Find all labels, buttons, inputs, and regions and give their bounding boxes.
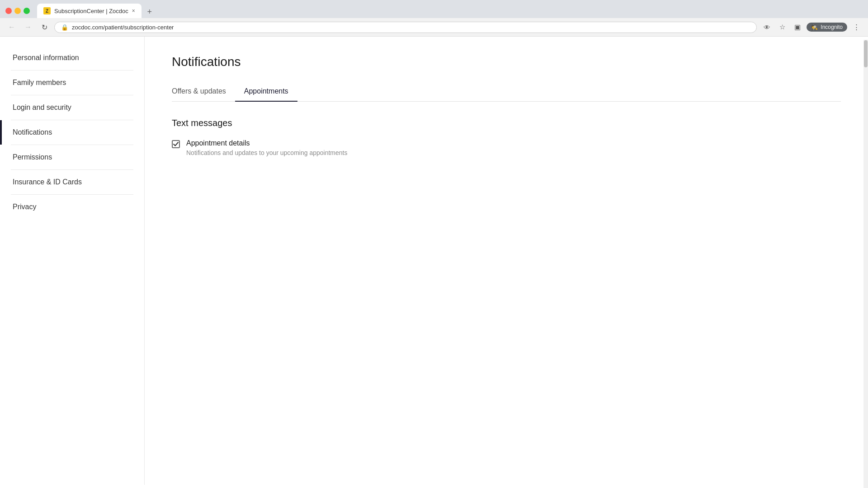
sidebar-item-label: Family members [13,79,66,87]
incognito-label: Incognito [821,24,843,30]
forward-button[interactable]: → [22,21,34,33]
browser-menu-button[interactable]: ⋮ [850,21,863,33]
split-view-icon[interactable]: ▣ [791,21,804,33]
main-content: Notifications Offers & updates Appointme… [145,37,868,485]
address-bar[interactable]: 🔒 zocdoc.com/patient/subscription-center [54,22,757,33]
window-controls [5,8,30,14]
appointment-details-checkbox[interactable] [172,140,180,148]
sidebar-item-insurance-id-cards[interactable]: Insurance & ID Cards [0,170,144,194]
bookmark-icon[interactable]: ☆ [776,21,788,33]
incognito-icon: 🕵 [811,24,818,30]
tab-offers-updates[interactable]: Offers & updates [172,83,235,102]
sidebar-item-family-members[interactable]: Family members [0,70,144,95]
page-title: Notifications [172,55,841,69]
refresh-button[interactable]: ↻ [38,21,51,33]
scrollbar-thumb[interactable] [864,40,868,67]
browser-titlebar: Z SubscriptionCenter | Zocdoc × + [0,0,868,18]
sidebar-item-label: Privacy [13,203,36,211]
sidebar-item-privacy[interactable]: Privacy [0,195,144,219]
browser-toolbar: ← → ↻ 🔒 zocdoc.com/patient/subscription-… [0,18,868,36]
sidebar-item-notifications[interactable]: Notifications [0,120,144,145]
back-button[interactable]: ← [5,21,18,33]
sidebar-item-personal-information[interactable]: Personal information [0,46,144,70]
window-maximize-button[interactable] [24,8,30,14]
browser-chrome: Z SubscriptionCenter | Zocdoc × + ← → ↻ … [0,0,868,37]
active-tab[interactable]: Z SubscriptionCenter | Zocdoc × [37,4,142,18]
tab-bar: Z SubscriptionCenter | Zocdoc × + [37,4,156,18]
sidebar-item-permissions[interactable]: Permissions [0,145,144,169]
new-tab-button[interactable]: + [143,5,156,18]
incognito-badge[interactable]: 🕵 Incognito [807,23,847,32]
text-messages-section: Text messages Appointment details Notifi… [172,118,841,158]
address-url: zocdoc.com/patient/subscription-center [72,24,750,31]
tab-favicon: Z [43,7,51,14]
sidebar: Personal information Family members Logi… [0,37,145,485]
window-minimize-button[interactable] [14,8,21,14]
sidebar-item-login-security[interactable]: Login and security [0,95,144,120]
appointment-details-item: Appointment details Notifications and up… [172,137,841,158]
sidebar-item-label: Notifications [13,128,52,136]
tab-appointments[interactable]: Appointments [235,83,297,102]
sidebar-item-label: Permissions [13,153,52,161]
tab-title: SubscriptionCenter | Zocdoc [54,8,128,14]
checkbox-wrap [172,140,180,148]
tab-close-button[interactable]: × [132,8,135,14]
sidebar-item-label: Personal information [13,54,79,62]
sidebar-item-label: Login and security [13,103,71,112]
scrollbar-track[interactable] [863,40,868,485]
eye-slash-icon[interactable]: 👁 [760,21,773,33]
notifications-tabs: Offers & updates Appointments [172,83,841,102]
toolbar-actions: 👁 ☆ ▣ 🕵 Incognito ⋮ [760,21,863,33]
sidebar-item-label: Insurance & ID Cards [13,178,82,186]
appointment-details-desc: Notifications and updates to your upcomi… [186,149,347,156]
appointment-details-label: Appointment details [186,139,347,147]
window-close-button[interactable] [5,8,12,14]
checkbox-text: Appointment details Notifications and up… [186,139,347,156]
checkmark-icon [173,142,179,146]
section-title: Text messages [172,118,841,128]
page-content: Personal information Family members Logi… [0,37,868,485]
